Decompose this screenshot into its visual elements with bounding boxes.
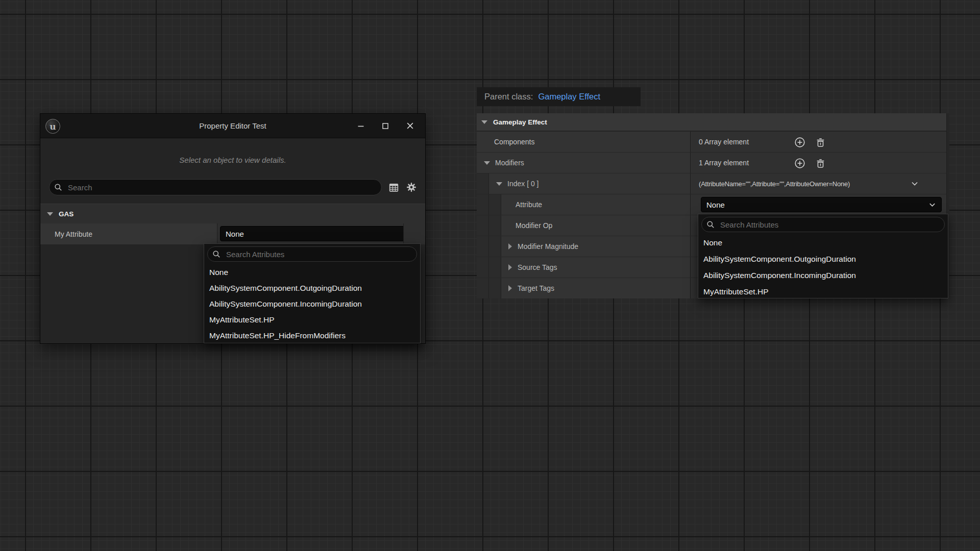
attribute-search-bar[interactable] bbox=[701, 217, 945, 232]
combobox-value: None bbox=[706, 201, 725, 209]
indent-guide bbox=[489, 236, 501, 257]
dropdown-item[interactable]: MyAttributeSet.HP bbox=[698, 284, 948, 300]
attribute-picker-dropdown: None AbilitySystemComponent.OutgoingDura… bbox=[204, 243, 421, 343]
property-name: Components bbox=[477, 132, 690, 152]
maximize-button[interactable] bbox=[373, 114, 398, 138]
struct-summary: (AttributeName="",Attribute="",Attribute… bbox=[699, 180, 850, 188]
clear-array-icon[interactable] bbox=[813, 156, 827, 170]
property-name: My Attribute bbox=[40, 223, 217, 244]
indent-guide bbox=[477, 173, 489, 194]
parent-class-link[interactable]: Gameplay Effect bbox=[538, 92, 600, 102]
row-components: Components 0 Array element bbox=[477, 132, 949, 153]
add-element-icon[interactable] bbox=[793, 135, 807, 149]
indent-guide bbox=[489, 194, 501, 215]
clear-array-icon[interactable] bbox=[813, 135, 827, 149]
indent-guide bbox=[489, 257, 501, 278]
attribute-search-input[interactable] bbox=[719, 220, 942, 230]
property-name: Modifiers bbox=[477, 153, 690, 173]
attribute-search-bar[interactable] bbox=[207, 246, 417, 262]
expander-down-icon[interactable] bbox=[484, 161, 490, 165]
array-count: 0 Array element bbox=[699, 138, 749, 146]
indent-guide bbox=[477, 236, 489, 257]
property-name: Source Tags bbox=[501, 257, 690, 278]
attribute-combobox[interactable]: None bbox=[701, 197, 942, 212]
row-index-0: Index [ 0 ] (AttributeName="",Attribute=… bbox=[477, 173, 949, 194]
indent-guide bbox=[489, 215, 501, 236]
property-row-my-attribute: My Attribute None bbox=[40, 223, 425, 244]
category-label: Gameplay Effect bbox=[493, 118, 547, 126]
row-modifiers: Modifiers 1 Array element bbox=[477, 153, 949, 173]
property-name: Attribute bbox=[501, 194, 690, 215]
reset-column-strip bbox=[403, 223, 425, 244]
row-attribute: Attribute None bbox=[477, 194, 949, 215]
property-name: Index [ 0 ] bbox=[489, 173, 690, 194]
dropdown-item[interactable]: None bbox=[204, 264, 420, 280]
attribute-picker-dropdown: None AbilitySystemComponent.OutgoingDura… bbox=[698, 214, 948, 298]
search-icon bbox=[212, 250, 221, 259]
category-row-gas[interactable]: GAS bbox=[40, 204, 425, 224]
array-count: 1 Array element bbox=[699, 159, 749, 167]
settings-gear-icon[interactable] bbox=[406, 182, 417, 193]
dropdown-item[interactable]: AbilitySystemComponent.IncomingDuration bbox=[698, 267, 948, 284]
category-row-gameplay-effect[interactable]: Gameplay Effect bbox=[477, 113, 949, 132]
expander-down-icon[interactable] bbox=[47, 212, 53, 216]
property-name: Modifier Magnitude bbox=[501, 236, 690, 257]
expander-right-icon[interactable] bbox=[508, 285, 512, 291]
indent-guide bbox=[477, 278, 489, 298]
expander-down-icon[interactable] bbox=[481, 120, 487, 124]
parent-class-label: Parent class: bbox=[484, 92, 533, 102]
dropdown-item[interactable]: MyAttributeSet.HP bbox=[204, 312, 420, 328]
add-element-icon[interactable] bbox=[793, 156, 807, 170]
dropdown-item[interactable]: None bbox=[698, 235, 948, 251]
parent-class-box: Parent class: Gameplay Effect bbox=[477, 87, 641, 106]
combobox-value: None bbox=[226, 230, 244, 238]
dropdown-item[interactable]: AbilitySystemComponent.OutgoingDuration bbox=[698, 251, 948, 267]
desktop-grid-canvas: { "colors": { "link_blue": "#5a9ef2", "g… bbox=[0, 0, 980, 551]
search-icon bbox=[706, 220, 715, 229]
dropdown-item[interactable]: AbilitySystemComponent.OutgoingDuration bbox=[204, 280, 420, 296]
details-search-bar[interactable] bbox=[49, 179, 382, 195]
no-selection-prompt: Select an object to view details. bbox=[40, 156, 425, 164]
dropdown-item[interactable]: AbilitySystemComponent.IncomingDuration bbox=[204, 296, 420, 312]
search-input[interactable] bbox=[67, 183, 379, 192]
expander-right-icon[interactable] bbox=[508, 243, 512, 249]
minimize-button[interactable] bbox=[349, 114, 373, 138]
my-attribute-combobox[interactable]: None bbox=[220, 226, 416, 241]
indent-guide bbox=[477, 215, 489, 236]
attribute-search-input[interactable] bbox=[225, 249, 414, 259]
chevron-down-icon[interactable] bbox=[911, 180, 919, 188]
indent-guide bbox=[477, 257, 489, 278]
expander-right-icon[interactable] bbox=[508, 264, 512, 270]
display-settings-icon[interactable] bbox=[388, 182, 399, 193]
category-label: GAS bbox=[59, 210, 74, 218]
property-name: Modifier Op bbox=[501, 215, 690, 236]
expander-down-icon[interactable] bbox=[496, 182, 502, 186]
search-icon bbox=[54, 183, 63, 192]
window-titlebar[interactable]: u Property Editor Test bbox=[40, 114, 425, 138]
close-button[interactable] bbox=[398, 114, 422, 138]
indent-guide bbox=[489, 278, 501, 298]
indent-guide bbox=[477, 194, 489, 215]
property-name: Target Tags bbox=[501, 278, 690, 298]
chevron-down-icon bbox=[928, 201, 936, 209]
dropdown-item[interactable]: MyAttributeSet.HP_HideFromModifiers bbox=[204, 328, 420, 343]
